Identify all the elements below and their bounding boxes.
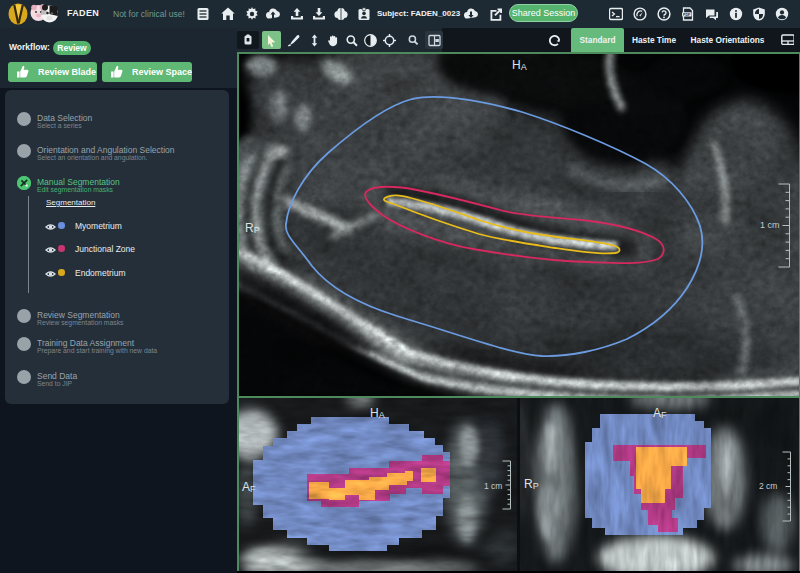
svg-text:1 cm: 1 cm (760, 220, 780, 230)
svg-text:2 cm: 2 cm (759, 481, 777, 491)
svg-text:PDF: PDF (683, 13, 691, 17)
svg-text:1 cm: 1 cm (484, 481, 502, 491)
